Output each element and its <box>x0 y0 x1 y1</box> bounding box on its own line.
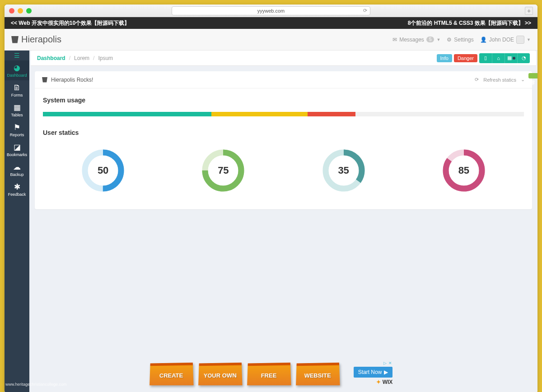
donut-value: 75 <box>201 149 245 192</box>
user-menu[interactable]: 👤 John DOE ▼ <box>480 36 531 44</box>
sidebar-item-backup[interactable]: ☁ Backup <box>5 160 29 180</box>
chevron-down-icon[interactable]: ⌄ <box>521 77 525 83</box>
sidebar-item-label: Tables <box>11 113 23 117</box>
chat-icon[interactable]: ◔ <box>517 53 530 63</box>
panel-header: Hierapolis Rocks! ⟳ Refresh statics ⌄ <box>35 71 532 88</box>
sidebar-item-label: Bookmarks <box>7 152 27 157</box>
breadcrumb-separator: / <box>69 55 70 61</box>
bug-icon: ✱ <box>14 183 20 191</box>
brand-text: Hierapolis <box>21 34 61 45</box>
system-usage-title: System usage <box>43 97 524 104</box>
main-content: Dashboard / Lorem / Ipsum Info Danger ▯ … <box>29 51 537 392</box>
settings-menu[interactable]: ⚙ Settings <box>447 37 473 43</box>
ad-row: CREATE YOUR OWN FREE WEBSITE ▷ ✕ Start N… <box>5 361 537 385</box>
ad-card[interactable]: WEBSITE <box>296 363 340 385</box>
main-panel: Hierapolis Rocks! ⟳ Refresh statics ⌄ Sy… <box>35 71 532 209</box>
banner-left[interactable]: << Web 开发中很实用的10个效果【附源码下载】 <box>11 19 130 27</box>
banner-right[interactable]: 8个前沿的 HTML5 & CSS3 效果【附源码下载】 >> <box>408 19 531 27</box>
calendar-icon[interactable]: ▦ <box>505 53 517 63</box>
play-icon: ▶ <box>384 369 388 375</box>
sidebar-item-tables[interactable]: ▦ Tables <box>5 100 29 120</box>
refresh-icon[interactable]: ⟳ <box>475 77 479 83</box>
danger-badge[interactable]: Danger <box>454 54 477 62</box>
progress-segment <box>43 112 211 116</box>
envelope-icon: ✉ <box>392 37 397 43</box>
panel-icon <box>42 77 47 83</box>
breadcrumb-item[interactable]: Ipsum <box>98 55 113 61</box>
user-name: John DOE <box>489 37 514 43</box>
refresh-label[interactable]: Refresh statics <box>483 77 516 83</box>
dashboard-icon: ◕ <box>14 64 20 72</box>
messages-menu[interactable]: ✉ Messages 5 ▼ <box>392 37 440 43</box>
window-maximize-icon[interactable] <box>26 8 32 14</box>
donut-row: 50753585 <box>43 144 524 197</box>
info-badge[interactable]: Info <box>437 54 452 62</box>
settings-label: Settings <box>454 37 473 43</box>
gear-icon: ⚙ <box>447 37 452 43</box>
share-tab[interactable]: 分享 <box>528 73 537 78</box>
sidebar-item-bookmarks[interactable]: ◪ Bookmarks <box>5 140 29 160</box>
donut-chart: 75 <box>201 149 245 192</box>
bookmark-icon: ◪ <box>14 143 21 151</box>
url-text: yyyweb.com <box>257 8 285 14</box>
donut-chart: 50 <box>81 149 125 192</box>
breadcrumb-item[interactable]: Dashboard <box>37 55 65 61</box>
sidebar-item-forms[interactable]: 🗎 Forms <box>5 80 29 100</box>
flag-icon: ⚑ <box>14 124 20 131</box>
sidebar-toggle[interactable]: ☰ <box>5 51 29 60</box>
chevron-down-icon: ▼ <box>436 37 440 42</box>
panel-title: Hierapolis Rocks! <box>51 77 93 83</box>
donut-value: 85 <box>442 149 486 192</box>
ad-card[interactable]: FREE <box>247 363 291 385</box>
ad-brand: ✦ WIX <box>376 379 392 385</box>
url-bar[interactable]: yyyweb.com ⟳ <box>172 6 370 15</box>
progress-segment <box>211 112 308 116</box>
sidebar-item-label: Reports <box>10 133 24 137</box>
sidebar-item-dashboard[interactable]: ◕ Dashboard <box>5 60 29 80</box>
breadcrumb-item[interactable]: Lorem <box>74 55 89 61</box>
progress-segment <box>308 112 356 116</box>
window-minimize-icon[interactable] <box>18 8 23 14</box>
reload-icon[interactable]: ⟳ <box>363 8 367 14</box>
new-tab-button[interactable]: + <box>525 7 533 15</box>
breadcrumb: Dashboard / Lorem / Ipsum <box>37 55 113 61</box>
system-usage-bar <box>43 112 524 116</box>
donut-value: 50 <box>81 149 125 192</box>
sidebar: ☰ ◕ Dashboard 🗎 Forms ▦ Tables ⚑ Reports… <box>5 51 29 392</box>
sidebar-item-label: Dashboard <box>7 73 27 78</box>
laptop-icon[interactable]: ⌂ <box>492 53 505 63</box>
chevron-down-icon: ▼ <box>527 37 531 42</box>
donut-chart: 85 <box>442 149 486 192</box>
ad-start-button[interactable]: Start Now ▶ <box>354 367 393 378</box>
ad-button-label: Start Now <box>358 369 382 375</box>
user-statics-title: User statics <box>43 129 524 136</box>
donut-value: 35 <box>322 149 365 192</box>
window-close-icon[interactable] <box>9 8 14 14</box>
ad-marker[interactable]: ▷ ✕ <box>383 361 393 365</box>
app-header: Hierapolis ✉ Messages 5 ▼ ⚙ Settings 👤 J… <box>5 29 537 51</box>
brand[interactable]: Hierapolis <box>11 34 61 45</box>
user-icon: 👤 <box>480 37 487 43</box>
toolbar-group: ▯ ⌂ ▦ ◔ <box>479 53 530 63</box>
donut-chart: 35 <box>322 149 365 192</box>
cloud-icon: ☁ <box>13 163 21 171</box>
file-icon: 🗎 <box>13 84 21 92</box>
breadcrumb-separator: / <box>93 55 94 61</box>
sidebar-item-label: Feedback <box>8 192 26 197</box>
table-icon: ▦ <box>14 104 21 111</box>
sidebar-item-label: Forms <box>11 93 23 97</box>
sidebar-item-reports[interactable]: ⚑ Reports <box>5 120 29 140</box>
brand-icon <box>11 36 19 43</box>
messages-count: 5 <box>426 37 435 42</box>
top-banner: << Web 开发中很实用的10个效果【附源码下载】 8个前沿的 HTML5 &… <box>5 17 537 29</box>
ad-card[interactable]: YOUR OWN <box>198 363 242 385</box>
avatar <box>516 36 524 44</box>
footer-url: www.heritagechristiancollege.com <box>5 382 67 387</box>
ad-card[interactable]: CREATE <box>150 363 193 385</box>
sidebar-item-label: Backup <box>10 172 23 177</box>
sidebar-item-feedback[interactable]: ✱ Feedback <box>5 180 29 199</box>
breadcrumb-bar: Dashboard / Lorem / Ipsum Info Danger ▯ … <box>31 51 536 66</box>
browser-chrome: yyyweb.com ⟳ + <box>5 5 537 17</box>
mobile-icon[interactable]: ▯ <box>479 53 492 63</box>
messages-label: Messages <box>399 37 424 43</box>
